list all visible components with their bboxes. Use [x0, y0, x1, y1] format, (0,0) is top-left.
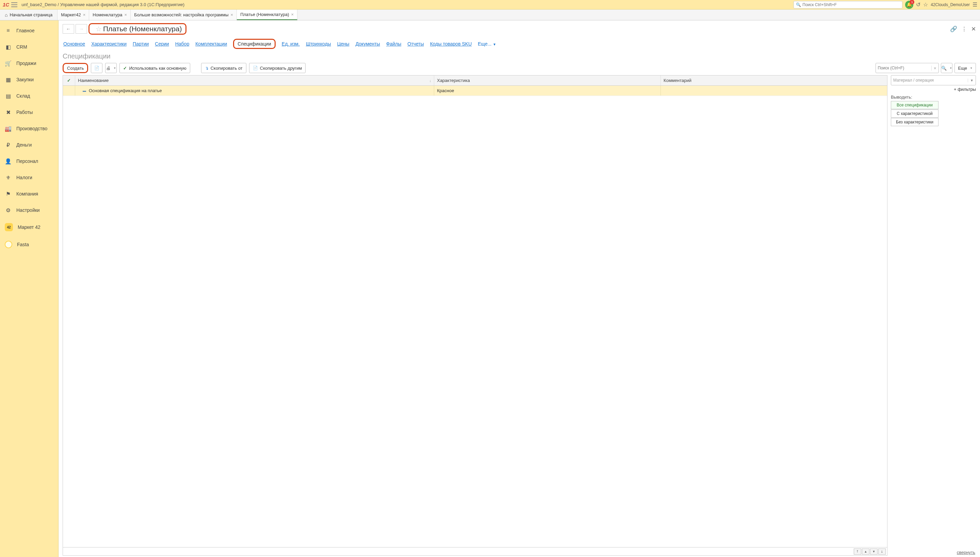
section-tab-4[interactable]: Набор — [175, 41, 189, 47]
username: 42Clouds_DemoUser — [931, 2, 970, 7]
collapse-link[interactable]: свернуть — [957, 550, 975, 555]
section-tab-0[interactable]: Основное — [63, 41, 85, 47]
kebab-icon[interactable]: ⋮ — [961, 26, 967, 33]
more-button[interactable]: Еще — [954, 63, 976, 73]
sidebar-item-9[interactable]: ⚜Налоги — [0, 169, 58, 186]
sidebar-item-1[interactable]: ◧CRM — [0, 39, 58, 55]
filter-button-2[interactable]: Без характеристики — [891, 118, 939, 126]
tab-home[interactable]: ⌂ Начальная страница — [0, 10, 57, 20]
sidebar-icon: 🛒 — [5, 60, 11, 67]
use-as-main-button[interactable]: ✓Использовать как основную — [119, 63, 190, 73]
create-button[interactable]: Создать — [63, 63, 88, 73]
tab-close-icon[interactable]: × — [231, 12, 234, 17]
section-tab-3[interactable]: Серии — [155, 41, 169, 47]
output-label: Выводить: — [891, 94, 976, 99]
sidebar-icon: ⚜ — [5, 174, 11, 181]
sidebar-item-7[interactable]: ₽Деньги — [0, 137, 58, 153]
star-icon[interactable]: ☆ — [923, 2, 928, 8]
scroll-bottom-button[interactable]: ⤓ — [878, 549, 886, 555]
scroll-up-button[interactable]: ▲ — [862, 549, 869, 555]
tab-2[interactable]: Больше возможностей: настройка программы… — [131, 10, 237, 20]
search-icon: 🔍 — [941, 66, 947, 71]
sidebar-icon: 🏭 — [5, 125, 11, 132]
section-tab-12[interactable]: Отчеты — [407, 41, 424, 47]
material-filter-select[interactable]: Материал / операция ▼ — [891, 75, 976, 85]
sidebar-item-0[interactable]: ≡Главное — [0, 23, 58, 39]
sidebar-extra-0[interactable]: 42Маркет 42 — [0, 218, 58, 236]
arrow-in-icon: ↴ — [205, 66, 209, 71]
col-comment[interactable]: Комментарий — [661, 75, 887, 85]
sidebar-icon: ≡ — [5, 27, 11, 34]
section-tab-2[interactable]: Партии — [133, 41, 149, 47]
favorite-star-icon[interactable]: ☆ — [96, 25, 102, 33]
page-title-highlight: ☆ Платье (Номенклатура) — [88, 23, 186, 35]
filter-button-0[interactable]: Все спецификации — [891, 101, 939, 109]
scroll-down-button[interactable]: ▼ — [870, 549, 877, 555]
settings-icon[interactable]: ☰ — [972, 2, 977, 8]
scroll-top-button[interactable]: ⤒ — [854, 549, 861, 555]
history-icon[interactable]: ↺ — [916, 2, 920, 8]
section-tab-8[interactable]: Штрихкоды — [306, 41, 331, 47]
link-icon[interactable]: 🔗 — [950, 26, 957, 33]
search-options-button[interactable]: 🔍 — [941, 63, 952, 73]
tab-close-icon[interactable]: × — [291, 12, 294, 17]
sidebar-item-2[interactable]: 🛒Продажи — [0, 55, 58, 72]
copy-from-button[interactable]: ↴Скопировать от — [201, 63, 247, 73]
section-tab-1[interactable]: Характеристики — [91, 41, 127, 47]
tab-home-label: Начальная страница — [10, 12, 52, 17]
tab-close-icon[interactable]: × — [124, 12, 127, 17]
filter-button-1[interactable]: С характеристикой — [891, 109, 939, 118]
bell-badge: 1 — [910, 0, 914, 5]
search-clear-icon[interactable]: × — [931, 66, 936, 71]
col-name[interactable]: Наименование — [75, 75, 434, 85]
copy-button[interactable]: 📄 — [91, 63, 103, 73]
sidebar-item-11[interactable]: ⚙Настройки — [0, 202, 58, 218]
section-tab-5[interactable]: Комплектации — [195, 41, 227, 47]
hamburger-icon[interactable] — [11, 2, 17, 7]
sidebar-item-5[interactable]: ✖Работы — [0, 104, 58, 121]
tab-3[interactable]: Платье (Номенклатура)× — [237, 10, 297, 20]
tab-1[interactable]: Номенклатура× — [89, 10, 131, 20]
tab-close-icon[interactable]: × — [83, 12, 86, 17]
add-filters-link[interactable]: + фильтры — [891, 87, 976, 92]
specifications-table: Наименование Характеристика Комментарий … — [63, 75, 887, 555]
print-button[interactable]: 🖨 — [105, 63, 117, 73]
search-icon: 🔍 — [796, 2, 801, 7]
sidebar-icon: ⚙ — [5, 207, 11, 213]
section-tab-7[interactable]: Ед. изм. — [282, 41, 300, 47]
global-search-input[interactable] — [802, 2, 900, 7]
sidebar-item-6[interactable]: 🏭Производство — [0, 121, 58, 137]
sidebar-icon: ◧ — [5, 44, 11, 50]
sidebar-item-4[interactable]: ▤Склад — [0, 88, 58, 104]
notifications-bell[interactable]: 🔔 1 — [905, 1, 913, 9]
section-tab-10[interactable]: Документы — [356, 41, 380, 47]
section-tab-6[interactable]: Спецификации — [237, 41, 271, 47]
section-tab-more[interactable]: Еще... ▼ — [478, 41, 496, 47]
sidebar-item-8[interactable]: 👤Персонал — [0, 153, 58, 169]
nav-back-button[interactable]: ← — [63, 24, 74, 34]
section-tab-9[interactable]: Цены — [337, 41, 350, 47]
app-title: unf_base2_Demo / Управление нашей фирмой… — [21, 2, 185, 7]
page-title: Платье (Номенклатура) — [103, 25, 182, 33]
section-tab-13[interactable]: Коды товаров SKU — [430, 41, 472, 47]
table-search-input[interactable] — [878, 66, 931, 70]
sidebar: ≡Главное◧CRM🛒Продажи▦Закупки▤Склад✖Работ… — [0, 20, 59, 557]
table-row[interactable]: Основная спецификация на платьеКрасное — [63, 86, 887, 96]
sidebar-extra-1[interactable]: Fasta — [0, 236, 58, 253]
main-content: ← → ☆ Платье (Номенклатура) 🔗 ⋮ ✕ Основн… — [59, 20, 980, 557]
global-search[interactable]: 🔍 — [794, 1, 902, 8]
close-icon[interactable]: ✕ — [971, 26, 976, 33]
section-tab-highlight: Спецификации — [233, 39, 276, 49]
nav-forward-button[interactable]: → — [75, 24, 87, 34]
titlebar: 1C unf_base2_Demo / Управление нашей фир… — [0, 0, 980, 10]
fasta-icon — [5, 241, 12, 248]
tab-0[interactable]: Маркет42× — [57, 10, 89, 20]
table-search[interactable]: × — [875, 63, 939, 73]
section-tab-11[interactable]: Файлы — [386, 41, 401, 47]
col-characteristic[interactable]: Характеристика — [434, 75, 661, 85]
col-check[interactable] — [63, 75, 75, 85]
sidebar-item-10[interactable]: ⚑Компания — [0, 186, 58, 202]
copy-to-button[interactable]: 📄Скопировать другим — [249, 63, 305, 73]
sidebar-item-3[interactable]: ▦Закупки — [0, 72, 58, 88]
copy-doc-icon: 📄 — [94, 66, 100, 70]
